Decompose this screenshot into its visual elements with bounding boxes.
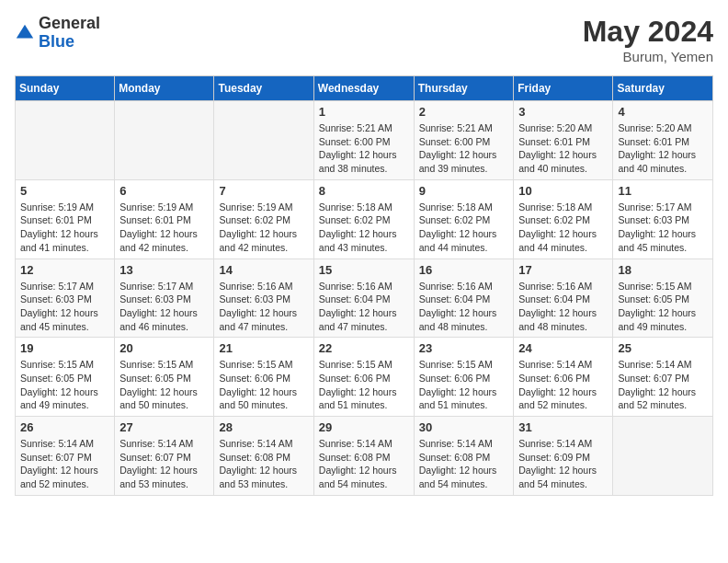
day-info: Sunrise: 5:14 AMSunset: 6:06 PMDaylight:… bbox=[518, 358, 608, 412]
logo-blue: Blue bbox=[39, 32, 74, 51]
weekday-header-cell: Wednesday bbox=[313, 76, 414, 101]
logo-text: General Blue bbox=[39, 15, 100, 52]
calendar-day-cell: 24Sunrise: 5:14 AMSunset: 6:06 PMDayligh… bbox=[514, 338, 613, 417]
calendar-day-cell: 14Sunrise: 5:16 AMSunset: 6:03 PMDayligh… bbox=[214, 259, 313, 338]
weekday-header-cell: Thursday bbox=[414, 76, 514, 101]
calendar-day-cell: 30Sunrise: 5:14 AMSunset: 6:08 PMDayligh… bbox=[414, 417, 514, 496]
day-info: Sunrise: 5:15 AMSunset: 6:06 PMDaylight:… bbox=[419, 358, 509, 412]
day-number: 16 bbox=[419, 263, 509, 277]
calendar-day-cell bbox=[214, 101, 313, 180]
day-number: 11 bbox=[618, 184, 708, 198]
day-number: 10 bbox=[518, 184, 608, 198]
calendar-day-cell: 15Sunrise: 5:16 AMSunset: 6:04 PMDayligh… bbox=[313, 259, 414, 338]
logo: General Blue bbox=[15, 15, 100, 52]
day-number: 23 bbox=[419, 341, 509, 355]
title-block: May 2024 Burum, Yemen bbox=[583, 15, 713, 64]
calendar-day-cell: 31Sunrise: 5:14 AMSunset: 6:09 PMDayligh… bbox=[514, 417, 613, 496]
day-info: Sunrise: 5:18 AMSunset: 6:02 PMDaylight:… bbox=[419, 201, 509, 255]
day-info: Sunrise: 5:14 AMSunset: 6:08 PMDaylight:… bbox=[319, 437, 409, 491]
day-number: 28 bbox=[219, 420, 308, 434]
weekday-header-cell: Friday bbox=[514, 76, 613, 101]
day-info: Sunrise: 5:14 AMSunset: 6:08 PMDaylight:… bbox=[419, 437, 509, 491]
day-info: Sunrise: 5:19 AMSunset: 6:01 PMDaylight:… bbox=[20, 201, 109, 255]
calendar-day-cell bbox=[613, 417, 713, 496]
month-year: May 2024 bbox=[583, 15, 713, 49]
day-info: Sunrise: 5:15 AMSunset: 6:05 PMDaylight:… bbox=[119, 358, 209, 412]
calendar-day-cell: 13Sunrise: 5:17 AMSunset: 6:03 PMDayligh… bbox=[115, 259, 214, 338]
day-info: Sunrise: 5:17 AMSunset: 6:03 PMDaylight:… bbox=[119, 280, 209, 334]
calendar-day-cell: 5Sunrise: 5:19 AMSunset: 6:01 PMDaylight… bbox=[16, 179, 115, 259]
calendar-day-cell: 21Sunrise: 5:15 AMSunset: 6:06 PMDayligh… bbox=[214, 338, 313, 417]
calendar-day-cell: 6Sunrise: 5:19 AMSunset: 6:01 PMDaylight… bbox=[115, 179, 214, 259]
day-info: Sunrise: 5:16 AMSunset: 6:04 PMDaylight:… bbox=[518, 280, 608, 334]
day-number: 26 bbox=[20, 420, 109, 434]
calendar-day-cell: 17Sunrise: 5:16 AMSunset: 6:04 PMDayligh… bbox=[514, 259, 613, 338]
day-info: Sunrise: 5:18 AMSunset: 6:02 PMDaylight:… bbox=[319, 201, 409, 255]
day-number: 13 bbox=[119, 263, 209, 277]
day-info: Sunrise: 5:15 AMSunset: 6:05 PMDaylight:… bbox=[618, 280, 708, 334]
day-info: Sunrise: 5:20 AMSunset: 6:01 PMDaylight:… bbox=[618, 121, 708, 176]
day-number: 7 bbox=[219, 184, 308, 198]
calendar-header: SundayMondayTuesdayWednesdayThursdayFrid… bbox=[16, 76, 713, 101]
day-info: Sunrise: 5:15 AMSunset: 6:06 PMDaylight:… bbox=[219, 358, 308, 412]
day-info: Sunrise: 5:15 AMSunset: 6:05 PMDaylight:… bbox=[20, 358, 109, 412]
calendar-day-cell bbox=[115, 101, 214, 180]
weekday-header-cell: Monday bbox=[115, 76, 214, 101]
weekday-header-cell: Sunday bbox=[16, 76, 115, 101]
calendar-day-cell: 23Sunrise: 5:15 AMSunset: 6:06 PMDayligh… bbox=[414, 338, 514, 417]
day-info: Sunrise: 5:16 AMSunset: 6:04 PMDaylight:… bbox=[319, 280, 409, 334]
day-info: Sunrise: 5:19 AMSunset: 6:02 PMDaylight:… bbox=[219, 201, 308, 255]
calendar-day-cell: 8Sunrise: 5:18 AMSunset: 6:02 PMDaylight… bbox=[313, 179, 414, 259]
calendar-day-cell: 10Sunrise: 5:18 AMSunset: 6:02 PMDayligh… bbox=[514, 179, 613, 259]
calendar-day-cell: 9Sunrise: 5:18 AMSunset: 6:02 PMDaylight… bbox=[414, 179, 514, 259]
day-number: 21 bbox=[219, 341, 308, 355]
logo-general: General bbox=[39, 14, 100, 32]
day-number: 19 bbox=[20, 341, 109, 355]
day-info: Sunrise: 5:14 AMSunset: 6:07 PMDaylight:… bbox=[20, 437, 109, 491]
day-number: 15 bbox=[319, 263, 409, 277]
day-number: 29 bbox=[319, 420, 409, 434]
day-info: Sunrise: 5:14 AMSunset: 6:08 PMDaylight:… bbox=[219, 437, 308, 491]
weekday-header-cell: Saturday bbox=[613, 76, 713, 101]
calendar-day-cell: 22Sunrise: 5:15 AMSunset: 6:06 PMDayligh… bbox=[313, 338, 414, 417]
calendar-day-cell: 26Sunrise: 5:14 AMSunset: 6:07 PMDayligh… bbox=[16, 417, 115, 496]
svg-marker-0 bbox=[17, 25, 33, 39]
day-info: Sunrise: 5:16 AMSunset: 6:03 PMDaylight:… bbox=[219, 280, 308, 334]
day-number: 5 bbox=[20, 184, 109, 198]
day-number: 3 bbox=[518, 105, 608, 119]
day-info: Sunrise: 5:17 AMSunset: 6:03 PMDaylight:… bbox=[20, 280, 109, 334]
day-info: Sunrise: 5:16 AMSunset: 6:04 PMDaylight:… bbox=[419, 280, 509, 334]
day-number: 1 bbox=[319, 105, 409, 119]
day-number: 27 bbox=[119, 420, 209, 434]
day-info: Sunrise: 5:21 AMSunset: 6:00 PMDaylight:… bbox=[419, 121, 509, 176]
day-number: 6 bbox=[119, 184, 209, 198]
day-number: 9 bbox=[419, 184, 509, 198]
day-number: 25 bbox=[618, 341, 708, 355]
day-number: 30 bbox=[419, 420, 509, 434]
day-number: 8 bbox=[319, 184, 409, 198]
calendar-day-cell: 25Sunrise: 5:14 AMSunset: 6:07 PMDayligh… bbox=[613, 338, 713, 417]
calendar-week-row: 5Sunrise: 5:19 AMSunset: 6:01 PMDaylight… bbox=[16, 179, 713, 259]
calendar-day-cell: 19Sunrise: 5:15 AMSunset: 6:05 PMDayligh… bbox=[16, 338, 115, 417]
day-number: 31 bbox=[518, 420, 608, 434]
day-info: Sunrise: 5:19 AMSunset: 6:01 PMDaylight:… bbox=[119, 201, 209, 255]
calendar-week-row: 1Sunrise: 5:21 AMSunset: 6:00 PMDaylight… bbox=[16, 101, 713, 180]
day-number: 2 bbox=[419, 105, 509, 119]
weekday-header-cell: Tuesday bbox=[214, 76, 313, 101]
calendar-day-cell: 27Sunrise: 5:14 AMSunset: 6:07 PMDayligh… bbox=[115, 417, 214, 496]
day-info: Sunrise: 5:15 AMSunset: 6:06 PMDaylight:… bbox=[319, 358, 409, 412]
day-info: Sunrise: 5:17 AMSunset: 6:03 PMDaylight:… bbox=[618, 201, 708, 255]
day-number: 22 bbox=[319, 341, 409, 355]
day-info: Sunrise: 5:14 AMSunset: 6:07 PMDaylight:… bbox=[618, 358, 708, 412]
header: General Blue May 2024 Burum, Yemen bbox=[15, 15, 713, 64]
calendar-day-cell: 16Sunrise: 5:16 AMSunset: 6:04 PMDayligh… bbox=[414, 259, 514, 338]
logo-icon bbox=[15, 23, 35, 43]
calendar-week-row: 26Sunrise: 5:14 AMSunset: 6:07 PMDayligh… bbox=[16, 417, 713, 496]
calendar-day-cell: 12Sunrise: 5:17 AMSunset: 6:03 PMDayligh… bbox=[16, 259, 115, 338]
calendar: SundayMondayTuesdayWednesdayThursdayFrid… bbox=[15, 75, 713, 496]
calendar-day-cell: 29Sunrise: 5:14 AMSunset: 6:08 PMDayligh… bbox=[313, 417, 414, 496]
day-info: Sunrise: 5:20 AMSunset: 6:01 PMDaylight:… bbox=[518, 121, 608, 176]
location: Burum, Yemen bbox=[583, 49, 713, 64]
day-number: 17 bbox=[518, 263, 608, 277]
calendar-week-row: 12Sunrise: 5:17 AMSunset: 6:03 PMDayligh… bbox=[16, 259, 713, 338]
